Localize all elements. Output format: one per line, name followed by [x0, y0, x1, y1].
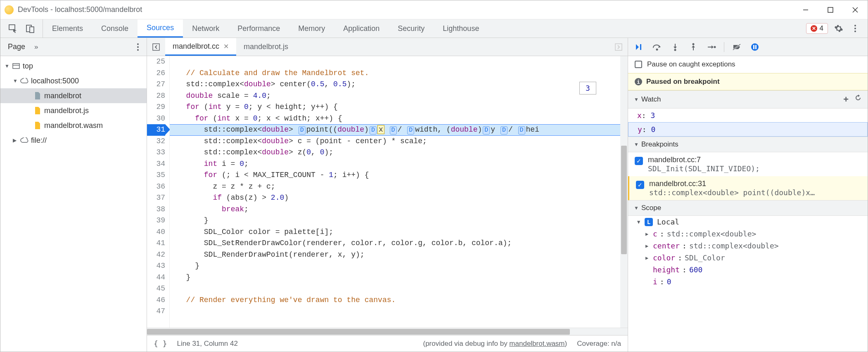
svg-point-27: [751, 43, 759, 51]
code-line[interactable]: // Render everything we've drawn to the …: [170, 295, 620, 306]
code-editor[interactable]: // Calculate and draw the Mandelbrot set…: [170, 56, 620, 328]
tree-node-top[interactable]: ▼ top: [0, 59, 147, 73]
tree-file[interactable]: mandelbrot.wasm: [0, 118, 147, 133]
code-line[interactable]: std::complex<double> center(0.5, 0.5);: [170, 79, 620, 90]
tree-node-file-scheme[interactable]: ▶ file://: [0, 133, 147, 148]
scope-variable[interactable]: ▶color: SDL_Color: [628, 252, 868, 264]
scope-variable[interactable]: ▶c: std::complex<double>: [628, 228, 868, 240]
scope-local-label: Local: [657, 217, 679, 226]
page-navigator-label[interactable]: Page: [8, 43, 25, 51]
coverage-status: Coverage: n/a: [577, 340, 621, 348]
tree-file[interactable]: mandelbrot.js: [0, 103, 147, 118]
scope-local-header[interactable]: ▼ L Local: [628, 216, 868, 228]
close-button[interactable]: [843, 0, 868, 19]
code-line[interactable]: for (int x = 0; x < width; x++) {: [170, 113, 620, 125]
svg-point-9: [854, 31, 856, 32]
tab-console[interactable]: Console: [92, 19, 138, 38]
minimize-button[interactable]: [793, 0, 818, 19]
debugger-toolbar: [628, 38, 868, 56]
code-line[interactable]: for (int y = 0; y < height; y++) {: [170, 102, 620, 113]
step-over-icon[interactable]: [651, 41, 663, 53]
checkbox-icon[interactable]: [635, 61, 642, 68]
code-line[interactable]: for (; i < MAX_ITER_COUNT - 1; i++) {: [170, 170, 620, 181]
settings-gear-icon[interactable]: [833, 23, 844, 34]
tab-performance[interactable]: Performance: [228, 19, 289, 38]
code-line[interactable]: [170, 306, 620, 317]
code-line[interactable]: [170, 56, 620, 68]
resume-icon[interactable]: [633, 41, 645, 53]
code-line[interactable]: }: [170, 215, 620, 227]
editor-file-tabs: mandelbrot.cc✕mandelbrot.js: [147, 38, 628, 56]
code-line[interactable]: z = z * z + c;: [170, 181, 620, 193]
line-number-gutter[interactable]: 2526272829303132333435363738394041424344…: [147, 56, 170, 328]
tree-file[interactable]: mandelbrot: [0, 88, 147, 103]
tab-memory[interactable]: Memory: [289, 19, 334, 38]
file-tab-label: mandelbrot.js: [244, 43, 288, 51]
close-tab-icon[interactable]: ✕: [223, 43, 229, 50]
titlebar: DevTools - localhost:5000/mandelbrot: [0, 0, 868, 19]
breakpoints-title: Breakpoints: [641, 140, 678, 149]
svg-rect-28: [753, 45, 754, 49]
code-line[interactable]: [170, 283, 620, 295]
device-toolbar-icon[interactable]: [24, 23, 36, 34]
inspect-element-icon[interactable]: [7, 23, 19, 34]
step-out-icon[interactable]: [688, 41, 699, 53]
svg-point-12: [137, 49, 139, 51]
scope-section-header[interactable]: ▼ Scope: [628, 200, 868, 216]
nav-fwd-icon[interactable]: [613, 41, 624, 53]
code-line[interactable]: SDL_SetRenderDrawColor(renderer, color.r…: [170, 238, 620, 249]
code-line[interactable]: std::complex<double> Dpoint((double)Dx D…: [170, 124, 620, 136]
navigator-overflow-icon[interactable]: »: [34, 43, 38, 51]
svg-point-24: [714, 46, 716, 48]
code-line[interactable]: SDL_RenderDrawPoint(renderer, x, y);: [170, 249, 620, 261]
maximize-button[interactable]: [818, 0, 843, 19]
editor-vertical-scrollbar[interactable]: [620, 56, 628, 328]
pretty-print-icon[interactable]: { }: [154, 339, 167, 348]
code-line[interactable]: SDL_Color color = palette[i];: [170, 227, 620, 238]
nav-back-icon[interactable]: [150, 41, 162, 53]
svg-rect-29: [755, 45, 757, 49]
pause-caught-exceptions-toggle[interactable]: Pause on caught exceptions: [628, 56, 868, 73]
breakpoint-entry[interactable]: ✓mandelbrot.cc:7SDL_Init(SDL_INIT_VIDEO)…: [628, 152, 868, 176]
tab-security[interactable]: Security: [389, 19, 434, 38]
svg-rect-4: [9, 25, 15, 30]
breakpoints-section-header[interactable]: ▼ Breakpoints: [628, 137, 868, 152]
add-watch-icon[interactable]: +: [843, 94, 849, 105]
tree-node-host[interactable]: ▼ localhost:5000: [0, 73, 147, 88]
error-count-badge[interactable]: ✕ 4: [806, 23, 828, 34]
more-menu-icon[interactable]: [849, 23, 861, 34]
navigator-more-icon[interactable]: [137, 43, 139, 51]
file-tab[interactable]: mandelbrot.js: [236, 38, 296, 56]
code-line[interactable]: }: [170, 272, 620, 283]
code-line[interactable]: if (abs(z) > 2.0): [170, 192, 620, 204]
code-line[interactable]: std::complex<double> c = (point - center…: [170, 136, 620, 147]
watch-section-header[interactable]: ▼ Watch +: [628, 90, 868, 109]
tab-lighthouse[interactable]: Lighthouse: [434, 19, 488, 38]
step-into-icon[interactable]: [669, 41, 681, 53]
breakpoint-checkbox-icon[interactable]: ✓: [636, 181, 644, 189]
file-tab[interactable]: mandelbrot.cc✕: [165, 38, 236, 56]
scope-variable[interactable]: i: 0: [628, 276, 868, 288]
code-line[interactable]: break;: [170, 204, 620, 215]
pause-exceptions-icon[interactable]: [749, 41, 761, 53]
watch-expression[interactable]: y: 0: [628, 122, 868, 137]
breakpoint-entry[interactable]: ✓mandelbrot.cc:31std::complex<double> po…: [628, 176, 868, 200]
scope-variable[interactable]: ▶center: std::complex<double>: [628, 240, 868, 252]
code-line[interactable]: // Calculate and draw the Mandelbrot set…: [170, 68, 620, 79]
tab-elements[interactable]: Elements: [43, 19, 92, 38]
refresh-watch-icon[interactable]: [854, 94, 862, 105]
scope-variable[interactable]: height: 600: [628, 264, 868, 276]
code-line[interactable]: double scale = 4.0;: [170, 90, 620, 102]
code-line[interactable]: std::complex<double> z(0, 0);: [170, 147, 620, 158]
tab-sources[interactable]: Sources: [138, 19, 183, 38]
deactivate-breakpoints-icon[interactable]: [731, 41, 742, 53]
step-icon[interactable]: [706, 41, 717, 53]
code-line[interactable]: int i = 0;: [170, 158, 620, 170]
breakpoint-checkbox-icon[interactable]: ✓: [635, 157, 643, 165]
tab-application[interactable]: Application: [334, 19, 389, 38]
watch-expression[interactable]: x: 3: [628, 109, 868, 122]
window-title: DevTools - localhost:5000/mandelbrot: [18, 5, 142, 14]
tab-network[interactable]: Network: [183, 19, 228, 38]
editor-horizontal-scrollbar[interactable]: [147, 328, 628, 335]
code-line[interactable]: }: [170, 260, 620, 272]
